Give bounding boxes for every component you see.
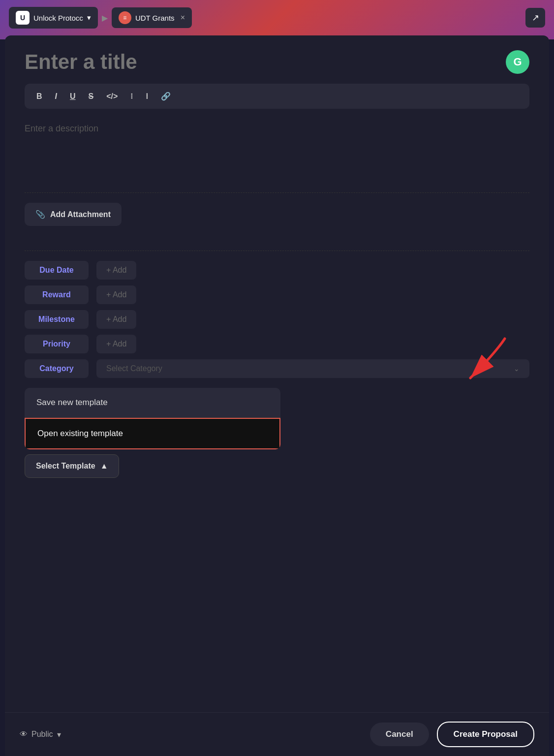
chevron-down-icon: ⌄ bbox=[514, 365, 520, 373]
template-dropdown-menu: Save new template Open existing template bbox=[25, 388, 280, 449]
bold-button[interactable]: B bbox=[34, 91, 44, 102]
cancel-button[interactable]: Cancel bbox=[370, 723, 429, 746]
select-template-label: Select Template bbox=[36, 462, 95, 471]
visibility-chevron-down-icon: ▾ bbox=[57, 730, 61, 739]
title-input[interactable] bbox=[25, 50, 506, 74]
expand-button[interactable]: ↗ bbox=[525, 8, 545, 28]
expand-icon: ↗ bbox=[532, 12, 539, 23]
priority-label: Priority bbox=[25, 335, 89, 353]
main-content: G B I U S </> ⁝ ⁞ 🔗 Enter a description … bbox=[5, 35, 549, 724]
footer-actions: Cancel Create Proposal bbox=[370, 722, 534, 747]
priority-row: Priority + Add bbox=[25, 335, 529, 353]
add-attachment-label: Add Attachment bbox=[50, 210, 111, 219]
close-tab-button[interactable]: × bbox=[181, 13, 185, 22]
tab-bar: U Unlock Protocc ▾ ▶ ≡ UDT Grants × ↗ bbox=[0, 0, 554, 35]
due-date-row: Due Date + Add bbox=[25, 261, 529, 280]
active-tab-label: UDT Grants bbox=[135, 14, 175, 22]
workspace-label: Unlock Protocc bbox=[33, 14, 83, 22]
underline-button[interactable]: U bbox=[68, 91, 78, 102]
avatar: G bbox=[506, 50, 529, 74]
numbered-list-button[interactable]: ⁞ bbox=[144, 91, 150, 102]
due-date-label: Due Date bbox=[25, 261, 89, 280]
milestone-label: Milestone bbox=[25, 310, 89, 329]
title-row: G bbox=[25, 50, 529, 74]
section-divider-2 bbox=[25, 251, 529, 251]
footer-bar: 👁 Public ▾ Cancel Create Proposal bbox=[5, 712, 549, 756]
category-select[interactable]: Select Category ⌄ bbox=[96, 359, 529, 378]
due-date-add-button[interactable]: + Add bbox=[96, 261, 136, 280]
triangle-up-icon: ▲ bbox=[100, 462, 108, 471]
reward-label: Reward bbox=[25, 285, 89, 304]
visibility-button[interactable]: 👁 Public ▾ bbox=[20, 730, 61, 739]
code-button[interactable]: </> bbox=[104, 91, 120, 102]
description-placeholder: Enter a description bbox=[25, 124, 98, 133]
italic-button[interactable]: I bbox=[53, 91, 59, 102]
category-label: Category bbox=[25, 359, 89, 378]
workspace-icon: U bbox=[16, 11, 30, 25]
workspace-tab[interactable]: U Unlock Protocc ▾ bbox=[9, 7, 98, 29]
milestone-row: Milestone + Add bbox=[25, 310, 529, 329]
description-area[interactable]: Enter a description bbox=[25, 119, 529, 178]
reward-row: Reward + Add bbox=[25, 285, 529, 304]
create-proposal-button[interactable]: Create Proposal bbox=[437, 722, 534, 747]
tab-icon: ≡ bbox=[119, 11, 131, 24]
fields-section: Due Date + Add Reward + Add Milestone + … bbox=[25, 261, 529, 378]
save-new-template-item[interactable]: Save new template bbox=[25, 388, 280, 418]
workspace-chevron-down-icon: ▾ bbox=[87, 13, 91, 22]
bullet-list-button[interactable]: ⁝ bbox=[128, 91, 135, 102]
save-new-template-label: Save new template bbox=[36, 398, 108, 407]
visibility-label: Public bbox=[31, 730, 53, 739]
open-existing-template-item[interactable]: Open existing template bbox=[25, 418, 280, 449]
active-tab[interactable]: ≡ UDT Grants × bbox=[112, 7, 192, 28]
template-section: Save new template Open existing template… bbox=[25, 388, 529, 478]
open-existing-template-label: Open existing template bbox=[37, 429, 123, 438]
category-row: Category Select Category ⌄ bbox=[25, 359, 529, 378]
priority-add-button[interactable]: + Add bbox=[96, 335, 136, 353]
reward-add-button[interactable]: + Add bbox=[96, 285, 136, 304]
text-toolbar: B I U S </> ⁝ ⁞ 🔗 bbox=[25, 84, 529, 109]
eye-icon: 👁 bbox=[20, 730, 28, 739]
milestone-add-button[interactable]: + Add bbox=[96, 310, 136, 329]
strikethrough-button[interactable]: S bbox=[87, 91, 96, 102]
add-attachment-button[interactable]: 📎 Add Attachment bbox=[25, 203, 122, 226]
paperclip-icon: 📎 bbox=[35, 210, 45, 219]
select-template-button[interactable]: Select Template ▲ bbox=[25, 454, 119, 478]
category-placeholder: Select Category bbox=[106, 364, 162, 373]
link-button[interactable]: 🔗 bbox=[159, 91, 173, 102]
section-divider bbox=[25, 192, 529, 193]
breadcrumb-separator: ▶ bbox=[102, 13, 108, 23]
